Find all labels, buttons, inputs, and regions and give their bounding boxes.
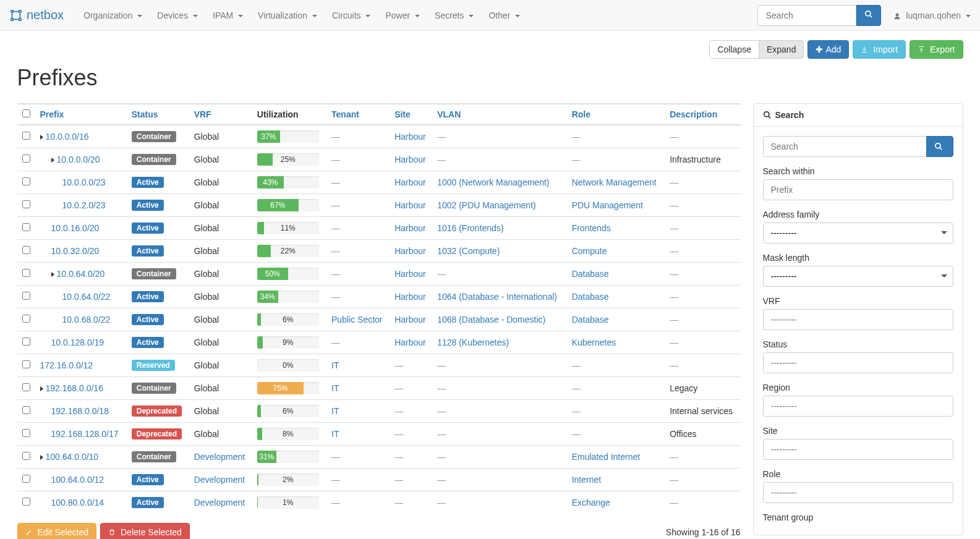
vlan-link[interactable]: 1002 (PDU Management) xyxy=(437,200,536,210)
row-checkbox[interactable] xyxy=(22,337,30,346)
nav-search-input[interactable] xyxy=(757,5,856,26)
delete-selected-button[interactable]: Delete Selected xyxy=(100,523,190,539)
col-role[interactable]: Role xyxy=(572,109,590,119)
prefix-link[interactable]: 172.16.0.0/12 xyxy=(40,360,93,370)
row-checkbox[interactable] xyxy=(22,383,30,391)
site-link[interactable]: Harbour xyxy=(394,177,426,187)
row-checkbox[interactable] xyxy=(22,315,30,323)
prefix-link[interactable]: 192.168.0.0/16 xyxy=(46,383,103,393)
row-checkbox[interactable] xyxy=(22,498,30,506)
panel-search-input[interactable] xyxy=(763,136,927,157)
prefix-link[interactable]: 10.0.0.0/20 xyxy=(57,155,100,164)
prefix-link[interactable]: 10.0.128.0/19 xyxy=(51,337,104,347)
region-input[interactable] xyxy=(763,396,953,417)
expand-caret-icon[interactable] xyxy=(51,158,54,163)
tenant-link[interactable]: Public Sector xyxy=(331,315,382,325)
row-checkbox[interactable] xyxy=(22,406,30,414)
expand-caret-icon[interactable] xyxy=(51,272,54,277)
col-description[interactable]: Description xyxy=(670,109,717,119)
prefix-link[interactable]: 192.168.0.0/18 xyxy=(51,406,109,416)
role-input[interactable] xyxy=(763,482,953,503)
prefix-link[interactable]: 10.0.0.0/23 xyxy=(62,177,106,187)
prefix-link[interactable]: 100.64.0.0/10 xyxy=(46,452,99,462)
expand-caret-icon[interactable] xyxy=(40,455,43,460)
site-link[interactable]: Harbour xyxy=(394,223,426,233)
col-status[interactable]: Status xyxy=(132,109,158,119)
nav-item-other[interactable]: Other xyxy=(481,1,527,30)
prefix-link[interactable]: 10.0.64.0/22 xyxy=(62,292,111,302)
expand-caret-icon[interactable] xyxy=(40,386,43,391)
search-within-input[interactable] xyxy=(763,179,953,200)
tenant-link[interactable]: IT xyxy=(331,383,339,393)
row-checkbox[interactable] xyxy=(22,360,30,368)
col-prefix[interactable]: Prefix xyxy=(40,109,64,119)
site-link[interactable]: Harbour xyxy=(394,315,426,325)
role-link[interactable]: PDU Management xyxy=(572,200,643,210)
export-button[interactable]: Export xyxy=(910,40,963,59)
nav-item-devices[interactable]: Devices xyxy=(150,1,205,30)
status-input[interactable] xyxy=(763,352,953,373)
prefix-link[interactable]: 10.0.68.0/22 xyxy=(62,315,111,325)
prefix-link[interactable]: 10.0.64.0/20 xyxy=(57,269,105,279)
row-checkbox[interactable] xyxy=(22,452,30,460)
vlan-link[interactable]: 1064 (Database - International) xyxy=(437,292,557,302)
site-input[interactable] xyxy=(763,439,953,460)
role-link[interactable]: Database xyxy=(572,269,609,279)
nav-search-button[interactable] xyxy=(856,5,881,26)
vrf-link[interactable]: Development xyxy=(194,475,245,485)
prefix-link[interactable]: 10.0.0.0/16 xyxy=(46,132,89,142)
site-link[interactable]: Harbour xyxy=(394,246,426,256)
nav-item-circuits[interactable]: Circuits xyxy=(325,1,378,30)
prefix-link[interactable]: 10.0.2.0/23 xyxy=(62,200,106,210)
role-link[interactable]: Database xyxy=(572,315,609,325)
select-all-checkbox[interactable] xyxy=(22,109,30,117)
site-link[interactable]: Harbour xyxy=(394,337,426,347)
tenant-link[interactable]: IT xyxy=(331,360,339,370)
role-link[interactable]: Network Management xyxy=(572,177,657,187)
site-link[interactable]: Harbour xyxy=(394,132,426,142)
add-button[interactable]: ✚ Add xyxy=(807,40,849,59)
vrf-input[interactable] xyxy=(763,309,953,330)
vlan-link[interactable]: 1128 (Kubernetes) xyxy=(437,337,509,347)
expand-caret-icon[interactable] xyxy=(40,135,43,140)
vlan-link[interactable]: 1000 (Network Management) xyxy=(437,177,549,187)
mask-select[interactable]: --------- xyxy=(763,266,953,287)
nav-item-ipam[interactable]: IPAM xyxy=(205,1,250,30)
role-link[interactable]: Compute xyxy=(572,246,607,256)
role-link[interactable]: Exchange xyxy=(572,498,610,507)
site-link[interactable]: Harbour xyxy=(394,155,426,164)
col-site[interactable]: Site xyxy=(394,109,411,119)
row-checkbox[interactable] xyxy=(22,132,30,140)
site-link[interactable]: Harbour xyxy=(394,269,426,279)
role-link[interactable]: Frontends xyxy=(572,223,611,233)
col-tenant[interactable]: Tenant xyxy=(331,109,359,119)
prefix-link[interactable]: 100.80.0.0/14 xyxy=(51,498,104,507)
site-link[interactable]: Harbour xyxy=(394,292,426,302)
row-checkbox[interactable] xyxy=(22,177,30,185)
vrf-link[interactable]: Development xyxy=(194,452,245,462)
nav-item-power[interactable]: Power xyxy=(378,1,427,30)
vlan-link[interactable]: 1068 (Database - Domestic) xyxy=(437,315,545,325)
nav-item-secrets[interactable]: Secrets xyxy=(427,1,481,30)
edit-selected-button[interactable]: Edit Selected xyxy=(17,523,97,539)
row-checkbox[interactable] xyxy=(22,155,30,163)
col-vrf[interactable]: VRF xyxy=(194,109,211,119)
vrf-link[interactable]: Development xyxy=(194,498,245,507)
row-checkbox[interactable] xyxy=(22,246,30,254)
prefix-link[interactable]: 10.0.16.0/20 xyxy=(51,223,100,233)
row-checkbox[interactable] xyxy=(22,200,30,208)
role-link[interactable]: Database xyxy=(572,292,609,302)
row-checkbox[interactable] xyxy=(22,475,30,483)
brand-link[interactable]: netbox xyxy=(9,8,64,22)
tenant-link[interactable]: IT xyxy=(331,406,339,416)
nav-item-virtualization[interactable]: Virtualization xyxy=(250,1,325,30)
panel-search-button[interactable] xyxy=(926,136,953,157)
row-checkbox[interactable] xyxy=(22,269,30,277)
vlan-link[interactable]: 1032 (Compute) xyxy=(437,246,500,256)
site-link[interactable]: Harbour xyxy=(394,200,426,210)
vlan-link[interactable]: 1016 (Frontends) xyxy=(437,223,503,233)
family-select[interactable]: --------- xyxy=(763,223,953,244)
prefix-link[interactable]: 100.64.0.0/12 xyxy=(51,475,104,485)
nav-user-menu[interactable]: luqman.qohen xyxy=(893,11,971,20)
row-checkbox[interactable] xyxy=(22,292,30,300)
